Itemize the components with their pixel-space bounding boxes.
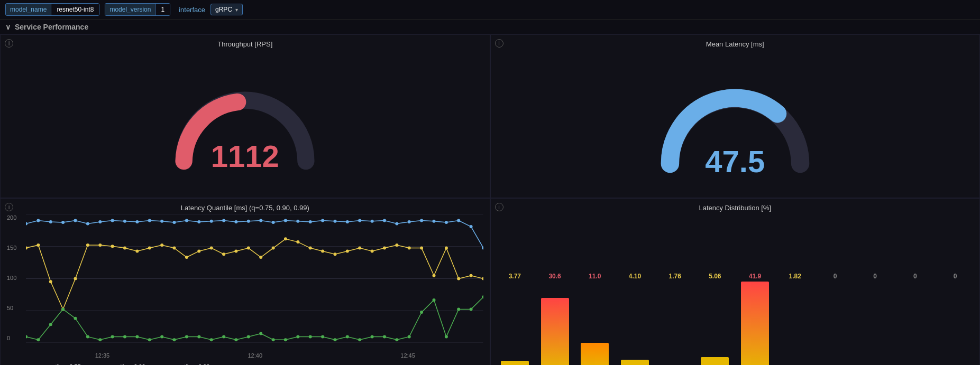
svg-point-15	[148, 219, 151, 222]
dist-bar-wrap-3	[615, 282, 655, 365]
svg-point-82	[36, 338, 40, 341]
svg-point-96	[210, 338, 213, 341]
svg-point-89	[123, 335, 126, 338]
svg-point-40	[457, 219, 460, 222]
dist-bar-col-7: 1.82218 ms	[775, 273, 815, 365]
section-title: Service Performance	[15, 23, 88, 31]
svg-point-68	[334, 252, 337, 256]
svg-point-69	[346, 249, 349, 252]
svg-point-44	[36, 244, 40, 247]
dist-value-9: 0	[873, 273, 877, 280]
y-label-150: 150	[7, 245, 16, 251]
svg-point-109	[371, 335, 374, 338]
dropdown-arrow-icon: ▾	[235, 7, 238, 13]
svg-point-114	[433, 298, 436, 302]
dist-value-10: 0	[913, 273, 917, 280]
interface-value: gRPC	[215, 6, 232, 13]
throughput-info-icon[interactable]: i	[5, 39, 13, 48]
latency-quantile-info-icon[interactable]: i	[5, 203, 13, 211]
svg-point-12	[111, 219, 114, 222]
svg-point-28	[309, 220, 312, 223]
y-label-200: 200	[7, 214, 16, 221]
model-name-label: model_name	[6, 4, 51, 15]
svg-point-80	[482, 277, 483, 280]
svg-point-35	[395, 222, 398, 225]
dist-bar-5	[701, 357, 729, 365]
svg-point-63	[272, 247, 275, 250]
svg-point-103	[296, 335, 299, 338]
svg-point-65	[296, 240, 299, 244]
svg-point-102	[284, 338, 287, 341]
latency-dist-title: Latency Distribution [%]	[491, 199, 980, 214]
y-axis-labels: 200 150 100 50 0	[7, 214, 16, 341]
svg-point-73	[395, 244, 398, 247]
svg-point-76	[433, 274, 436, 277]
latency-quantile-svg	[26, 214, 483, 343]
mean-latency-panel: i Mean Latency [ms] 47.5	[490, 34, 981, 198]
dist-value-5: 5.06	[709, 273, 721, 280]
svg-point-53	[148, 247, 151, 250]
x-label-1240: 12:40	[248, 352, 262, 359]
dist-bar-wrap-10	[895, 282, 936, 365]
svg-point-91	[148, 338, 151, 341]
chevron-icon: ∨	[5, 23, 11, 31]
svg-point-33	[371, 220, 374, 223]
dist-value-11: 0	[954, 273, 957, 280]
dist-value-2: 11.0	[589, 273, 601, 280]
interface-label: interface	[179, 6, 205, 14]
dist-bar-wrap-6	[735, 282, 775, 365]
dist-bar-col-6: 41.9121 ms	[735, 273, 775, 365]
svg-point-55	[173, 247, 176, 250]
throughput-gauge-container: 1112	[1, 51, 490, 192]
svg-point-48	[86, 244, 89, 247]
dist-bar-wrap-2	[575, 282, 615, 365]
svg-point-112	[408, 335, 411, 338]
svg-point-115	[445, 335, 448, 338]
svg-point-11	[98, 220, 102, 223]
svg-point-66	[309, 247, 312, 250]
svg-point-50	[111, 245, 114, 248]
svg-point-49	[98, 244, 102, 247]
svg-point-58	[210, 247, 213, 250]
svg-point-81	[26, 335, 28, 338]
svg-point-77	[445, 247, 448, 250]
svg-point-72	[383, 247, 386, 250]
dist-bar-2	[581, 343, 609, 365]
dist-bar-wrap-1	[535, 282, 575, 365]
mean-latency-info-icon[interactable]: i	[495, 39, 503, 48]
x-label-1245: 12:45	[400, 352, 415, 359]
svg-point-34	[383, 219, 386, 222]
svg-point-64	[284, 237, 287, 240]
svg-point-111	[395, 338, 398, 341]
dist-bar-wrap-11	[935, 282, 975, 365]
x-axis-labels: 12:35 12:40 12:45	[26, 352, 484, 359]
svg-point-92	[160, 335, 163, 338]
svg-point-70	[358, 247, 361, 250]
latency-quantile-panel: i Latency Quantile [ms] (q=0.75, 0.90, 0…	[0, 198, 490, 365]
y-label-0: 0	[7, 335, 16, 341]
interface-dropdown[interactable]: gRPC ▾	[210, 4, 243, 15]
svg-point-84	[61, 307, 65, 311]
dist-bar-col-2: 11.011 ms	[575, 273, 615, 365]
svg-point-108	[358, 338, 361, 341]
model-version-param: model_version 1	[105, 3, 170, 16]
latency-dist-panel: i Latency Distribution [%] 3.773 ms30.66…	[490, 198, 981, 365]
dist-bar-wrap-8	[815, 282, 855, 365]
svg-point-99	[247, 335, 250, 338]
svg-point-37	[420, 219, 423, 222]
dist-bar-3	[621, 360, 649, 365]
svg-point-22	[234, 220, 237, 223]
svg-point-42	[482, 247, 483, 250]
svg-point-30	[334, 220, 337, 223]
dist-bar-col-1: 30.66 ms	[535, 273, 575, 365]
throughput-title: Throughput [RPS]	[1, 35, 490, 51]
dist-value-8: 0	[834, 273, 837, 280]
svg-point-85	[74, 317, 77, 320]
model-name-param: model_name resnet50-int8	[5, 3, 99, 16]
dist-bar-wrap-7	[775, 282, 815, 365]
svg-point-52	[135, 249, 139, 252]
dist-bar-col-5: 5.0667 ms	[695, 273, 735, 365]
dist-bar-col-3: 4.1021 ms	[615, 273, 655, 365]
latency-dist-info-icon[interactable]: i	[495, 203, 503, 211]
mean-latency-gauge-container: 47.5	[491, 51, 980, 192]
